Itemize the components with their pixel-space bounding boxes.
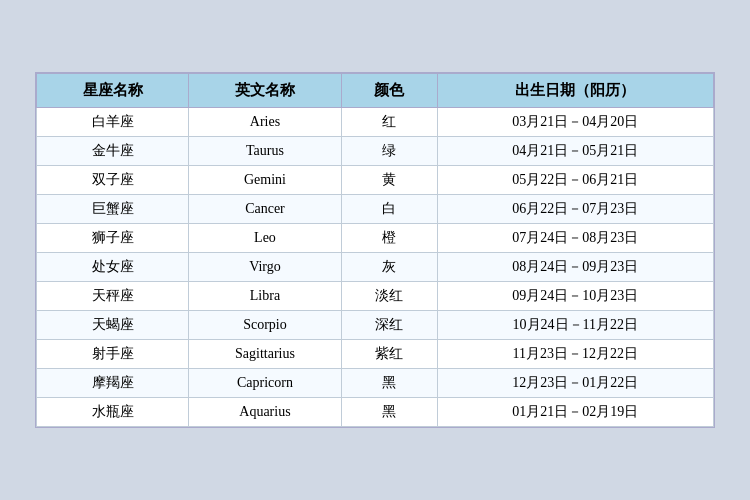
table-body: 白羊座Aries红03月21日－04月20日金牛座Taurus绿04月21日－0…: [37, 108, 714, 427]
cell-dates: 01月21日－02月19日: [437, 398, 713, 427]
header-chinese-name: 星座名称: [37, 74, 189, 108]
header-dates: 出生日期（阳历）: [437, 74, 713, 108]
table-row: 巨蟹座Cancer白06月22日－07月23日: [37, 195, 714, 224]
cell-chinese-name: 白羊座: [37, 108, 189, 137]
table-row: 摩羯座Capricorn黑12月23日－01月22日: [37, 369, 714, 398]
table-row: 处女座Virgo灰08月24日－09月23日: [37, 253, 714, 282]
cell-dates: 12月23日－01月22日: [437, 369, 713, 398]
cell-color: 灰: [341, 253, 437, 282]
cell-english-name: Virgo: [189, 253, 341, 282]
zodiac-table: 星座名称 英文名称 颜色 出生日期（阳历） 白羊座Aries红03月21日－04…: [36, 73, 714, 427]
table-row: 天秤座Libra淡红09月24日－10月23日: [37, 282, 714, 311]
header-color: 颜色: [341, 74, 437, 108]
cell-english-name: Cancer: [189, 195, 341, 224]
cell-english-name: Capricorn: [189, 369, 341, 398]
cell-chinese-name: 金牛座: [37, 137, 189, 166]
cell-color: 深红: [341, 311, 437, 340]
cell-color: 黄: [341, 166, 437, 195]
table-row: 天蝎座Scorpio深红10月24日－11月22日: [37, 311, 714, 340]
cell-dates: 04月21日－05月21日: [437, 137, 713, 166]
cell-dates: 08月24日－09月23日: [437, 253, 713, 282]
cell-chinese-name: 天秤座: [37, 282, 189, 311]
table-header-row: 星座名称 英文名称 颜色 出生日期（阳历）: [37, 74, 714, 108]
table-row: 狮子座Leo橙07月24日－08月23日: [37, 224, 714, 253]
cell-color: 绿: [341, 137, 437, 166]
cell-chinese-name: 双子座: [37, 166, 189, 195]
cell-color: 橙: [341, 224, 437, 253]
cell-english-name: Leo: [189, 224, 341, 253]
cell-color: 白: [341, 195, 437, 224]
zodiac-table-container: 星座名称 英文名称 颜色 出生日期（阳历） 白羊座Aries红03月21日－04…: [35, 72, 715, 428]
table-row: 双子座Gemini黄05月22日－06月21日: [37, 166, 714, 195]
cell-english-name: Sagittarius: [189, 340, 341, 369]
cell-english-name: Gemini: [189, 166, 341, 195]
table-row: 白羊座Aries红03月21日－04月20日: [37, 108, 714, 137]
cell-english-name: Aries: [189, 108, 341, 137]
cell-dates: 09月24日－10月23日: [437, 282, 713, 311]
cell-chinese-name: 狮子座: [37, 224, 189, 253]
cell-english-name: Aquarius: [189, 398, 341, 427]
cell-color: 淡红: [341, 282, 437, 311]
cell-color: 黑: [341, 369, 437, 398]
cell-english-name: Scorpio: [189, 311, 341, 340]
cell-color: 红: [341, 108, 437, 137]
cell-dates: 03月21日－04月20日: [437, 108, 713, 137]
table-row: 水瓶座Aquarius黑01月21日－02月19日: [37, 398, 714, 427]
header-english-name: 英文名称: [189, 74, 341, 108]
cell-chinese-name: 水瓶座: [37, 398, 189, 427]
cell-dates: 10月24日－11月22日: [437, 311, 713, 340]
table-row: 金牛座Taurus绿04月21日－05月21日: [37, 137, 714, 166]
cell-english-name: Taurus: [189, 137, 341, 166]
table-row: 射手座Sagittarius紫红11月23日－12月22日: [37, 340, 714, 369]
cell-dates: 07月24日－08月23日: [437, 224, 713, 253]
cell-english-name: Libra: [189, 282, 341, 311]
cell-color: 紫红: [341, 340, 437, 369]
cell-chinese-name: 处女座: [37, 253, 189, 282]
cell-dates: 05月22日－06月21日: [437, 166, 713, 195]
cell-chinese-name: 射手座: [37, 340, 189, 369]
cell-chinese-name: 巨蟹座: [37, 195, 189, 224]
cell-color: 黑: [341, 398, 437, 427]
cell-chinese-name: 天蝎座: [37, 311, 189, 340]
cell-dates: 11月23日－12月22日: [437, 340, 713, 369]
cell-chinese-name: 摩羯座: [37, 369, 189, 398]
cell-dates: 06月22日－07月23日: [437, 195, 713, 224]
